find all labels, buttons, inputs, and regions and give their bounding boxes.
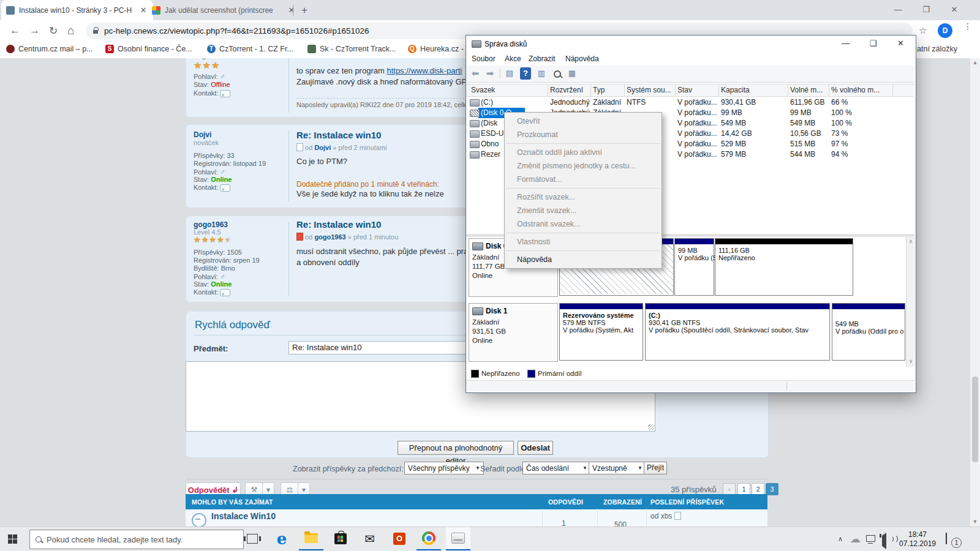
- disk1-label-panel[interactable]: Disk 1 Základní 931,51 GB Online: [469, 303, 558, 362]
- show-posts-select[interactable]: Všechny příspěvky ▼: [404, 462, 484, 474]
- page-1-button[interactable]: 1: [737, 483, 750, 495]
- bookmark-star-icon[interactable]: ☆: [919, 25, 927, 36]
- back-icon[interactable]: ←: [10, 24, 20, 37]
- ctx-shrink[interactable]: Zmenšit svazek...: [505, 204, 662, 217]
- view-pane-icon[interactable]: ▥: [535, 67, 548, 80]
- tab-screenshot[interactable]: Jak udělat screenshot (printscree ✕: [147, 0, 301, 20]
- go-button[interactable]: Přejít: [644, 462, 667, 474]
- dm-scrollbar[interactable]: ∧ ∨: [906, 237, 915, 367]
- profile-avatar[interactable]: D: [938, 23, 952, 38]
- col-stav[interactable]: Stav: [677, 84, 692, 96]
- home-icon[interactable]: ⌂: [67, 24, 74, 37]
- ctx-format[interactable]: Formátovat...: [505, 173, 662, 186]
- browser-menu-icon[interactable]: ⋮: [963, 25, 972, 28]
- bookmark-centrum[interactable]: Centrum.cz mail – p...: [6, 45, 93, 53]
- col-svazek[interactable]: Svazek: [471, 84, 495, 96]
- ctx-delete[interactable]: Odstranit svazek...: [505, 217, 662, 231]
- volume-icon[interactable]: [882, 536, 886, 547]
- bookmark-sk-tracker[interactable]: Sk - CzTorrent Track...: [307, 45, 396, 53]
- related-topic-row[interactable]: Instalace Win10 1 500 od xbs: [186, 509, 767, 527]
- help-icon[interactable]: ?: [520, 67, 531, 80]
- col-typ[interactable]: Typ: [593, 84, 605, 96]
- related-topic-link[interactable]: Instalace Win10: [211, 511, 276, 521]
- properties-icon[interactable]: ▦: [565, 67, 579, 80]
- browser-close-button[interactable]: ✕: [940, 1, 968, 19]
- ctx-properties[interactable]: Vlastnosti: [505, 235, 662, 249]
- taskbar-office[interactable]: O: [387, 527, 412, 550]
- dm-maximize-button[interactable]: ❑: [859, 36, 887, 51]
- goto-post-icon[interactable]: [674, 512, 681, 520]
- menu-file[interactable]: Soubor: [467, 52, 500, 66]
- disk0-partition-system[interactable]: 99 MB V pořádku (Syst: [674, 238, 714, 296]
- scroll-down-icon[interactable]: ▼: [970, 519, 980, 525]
- taskbar-disk-management[interactable]: [446, 527, 470, 550]
- pm-bubble-icon[interactable]: [220, 184, 230, 192]
- author-name[interactable]: Dojvi: [194, 130, 211, 139]
- disk1-partition-reserved[interactable]: Rezervováno systéme 579 MB NTFS V pořádk…: [559, 303, 643, 361]
- onedrive-icon[interactable]: ☁: [850, 533, 861, 545]
- submit-button[interactable]: Odeslat: [518, 441, 553, 455]
- taskbar-chrome[interactable]: [417, 527, 441, 550]
- scroll-up-icon[interactable]: ▲: [970, 59, 980, 66]
- direction-select[interactable]: Vzestupně ▼: [589, 462, 646, 474]
- pm-bubble-icon[interactable]: [220, 289, 230, 296]
- bookmark-cztorrent[interactable]: T CzTorrent - 1. CZ Fr...: [207, 45, 293, 53]
- ctx-help[interactable]: Nápověda: [505, 253, 662, 266]
- console-tree-icon[interactable]: ▤: [503, 67, 516, 80]
- col-volne[interactable]: Volné m...: [790, 84, 823, 96]
- dm-minimize-button[interactable]: —: [832, 36, 859, 51]
- url-text[interactable]: pc-help.cnews.cz/viewtopic.php?f=46&t=21…: [104, 23, 369, 39]
- post-title[interactable]: Re: Instalace win10: [296, 130, 381, 140]
- page-3-current[interactable]: 3: [766, 483, 778, 495]
- back-icon[interactable]: ⬅: [469, 67, 482, 80]
- ctx-explore[interactable]: Prozkoumat: [505, 128, 662, 141]
- bookmark-finance[interactable]: S Osobní finance - Če...: [105, 45, 192, 53]
- dm-close-button[interactable]: ✕: [887, 36, 914, 51]
- body-link[interactable]: https://www.disk-parti: [386, 66, 462, 75]
- forward-icon[interactable]: ➡: [483, 67, 497, 80]
- taskbar-store[interactable]: [328, 527, 353, 550]
- scrollbar-thumb[interactable]: [972, 377, 978, 462]
- page-prev-button[interactable]: ‹: [723, 483, 736, 495]
- col-kapacita[interactable]: Kapacita: [721, 84, 750, 96]
- ctx-mark-active[interactable]: Označit oddíl jako aktivní: [505, 146, 662, 159]
- page-scrollbar[interactable]: ▲ ▼: [970, 58, 980, 527]
- byline-author[interactable]: gogo1963: [314, 233, 345, 241]
- task-view-button[interactable]: [240, 527, 265, 550]
- dm-title-bar[interactable]: Správa disků — ❑ ✕: [466, 36, 914, 52]
- taskbar-search[interactable]: Pokud chcete hledat, zadejte text tady.: [29, 530, 244, 549]
- action-center-button[interactable]: 1: [946, 533, 947, 544]
- page-2-button[interactable]: 2: [752, 483, 764, 495]
- menu-action[interactable]: Akce: [500, 52, 526, 66]
- pm-bubble-icon[interactable]: [220, 90, 230, 97]
- full-editor-button[interactable]: Přepnout na plnohodnotný editor: [398, 441, 514, 455]
- new-tab-button[interactable]: +: [301, 4, 307, 17]
- scroll-up-icon[interactable]: ∧: [907, 238, 915, 244]
- disk0-unallocated[interactable]: 111,16 GB Nepřiřazeno: [715, 238, 853, 296]
- disk1-partition-recovery[interactable]: 549 MB V pořádku (Oddíl pro o: [832, 303, 905, 361]
- col-rozvrzeni[interactable]: Rozvržení: [550, 84, 583, 96]
- taskbar-mail[interactable]: ✉: [358, 527, 382, 550]
- ctx-open[interactable]: Otevřít: [505, 114, 662, 128]
- menu-view[interactable]: Zobrazit: [524, 52, 559, 66]
- disk1-partition-c[interactable]: (C:) 930,41 GB NTFS V pořádku (Spouštěcí…: [645, 303, 830, 361]
- volume-row-c[interactable]: (C:) Jednoduchý Základní NTFS V pořádku.…: [466, 97, 914, 108]
- last-post-author[interactable]: od xbs: [650, 512, 672, 520]
- menu-help[interactable]: Nápověda: [561, 52, 603, 66]
- col-system[interactable]: Systém sou...: [627, 84, 671, 96]
- tray-chevron-icon[interactable]: ∧: [838, 535, 843, 543]
- author-name[interactable]: gogo1963: [194, 220, 228, 229]
- sort-select[interactable]: Čas odeslání ▼: [522, 462, 591, 474]
- forward-icon[interactable]: →: [29, 24, 40, 37]
- resize-handle[interactable]: [648, 424, 654, 430]
- start-button[interactable]: [0, 527, 24, 550]
- browser-restore-button[interactable]: ❐: [912, 1, 940, 19]
- col-pct[interactable]: % volného m...: [831, 84, 880, 96]
- taskbar-explorer[interactable]: [299, 527, 323, 550]
- ctx-extend[interactable]: Rozšířit svazek...: [505, 190, 662, 204]
- taskbar-clock[interactable]: 18:47 07.12.2019: [895, 530, 940, 549]
- browser-minimize-button[interactable]: —: [884, 1, 912, 19]
- tab-forum[interactable]: Instalace win10 - Stránky 3 - PC-H ✕: [1, 0, 153, 20]
- ctx-change-letter[interactable]: Změnit písmeno jednotky a cestu...: [505, 159, 662, 173]
- reload-icon[interactable]: ↻: [49, 24, 58, 37]
